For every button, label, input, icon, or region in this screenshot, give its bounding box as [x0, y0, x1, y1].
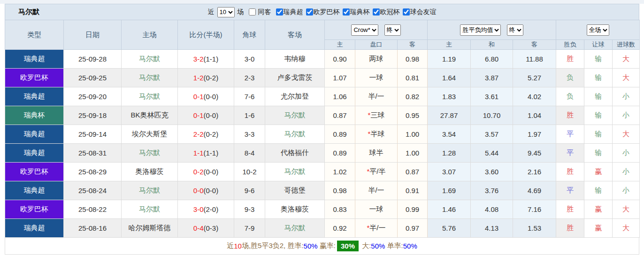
scope-select[interactable]: 全场 — [587, 24, 609, 36]
avg-home-odds: 3.54 — [428, 125, 471, 144]
matches-table: 类型 日期 主场 比分(半场) 角球 客场 Crow* 终 胜平负均值 终 — [5, 20, 640, 238]
result-goals: 小 — [613, 144, 640, 163]
ah-line: 半/一 — [355, 181, 398, 200]
result-group-header: 全场 — [556, 20, 640, 40]
home-team-link[interactable]: 马尔默 — [139, 55, 160, 62]
score: 0-1(0-0) — [178, 87, 234, 106]
home-team: 埃尔夫斯堡 — [122, 125, 178, 144]
bookmaker-select[interactable]: Crow* — [351, 24, 378, 36]
home-team-link[interactable]: 哈尔姆斯塔德 — [129, 224, 171, 232]
bookmaker-time-select[interactable]: 终 — [384, 24, 401, 36]
score: 2-2(0-2) — [178, 125, 234, 144]
corner-score: 8-4 — [234, 144, 265, 163]
away-team-link[interactable]: 奥洛穆茨 — [281, 205, 309, 213]
home-team-link[interactable]: 埃尔夫斯堡 — [132, 130, 167, 138]
home-team: BK奥林匹克 — [122, 106, 178, 125]
result-handicap: 输 — [584, 50, 613, 69]
table-row: 瑞典超 25-08-31 马尔默 1-1(1-1) 8-4 代格福什 0.89 … — [5, 144, 640, 163]
away-team-link[interactable]: 哥德堡 — [284, 186, 306, 194]
home-team: 马尔默 — [122, 69, 178, 87]
avg-draw-odds: 6.80 — [471, 50, 513, 69]
match-date: 25-08-16 — [64, 219, 122, 238]
away-team-link[interactable]: 马尔默 — [284, 130, 306, 138]
home-team-link[interactable]: 马尔默 — [139, 73, 160, 81]
subcol-result: 胜负 — [556, 40, 584, 50]
avg-home-odds: 5.76 — [428, 219, 471, 238]
result-goals: 大 — [613, 69, 640, 87]
avg-draw-odds: 4.13 — [471, 219, 513, 238]
avg-away-odds: 1.97 — [513, 125, 556, 144]
away-team: 代格福什 — [265, 144, 325, 163]
avg-draw-odds: 3.57 — [471, 125, 513, 144]
home-team-link[interactable]: 奥洛穆茨 — [136, 167, 164, 175]
ah-home-odds: 0.83 — [325, 200, 355, 219]
ah-line: 两球 — [355, 50, 398, 69]
ah-away-odds: 1.00 — [398, 125, 428, 144]
corner-score: 3-3 — [234, 125, 265, 144]
league-checkbox[interactable] — [343, 8, 350, 16]
home-team-link[interactable]: 马尔默 — [139, 92, 160, 100]
ah-home-odds: 1.02 — [325, 163, 355, 181]
home-team-link[interactable]: 马尔默 — [139, 186, 160, 194]
home-team-link[interactable]: 马尔默 — [139, 205, 160, 213]
ah-home-odds: 0.98 — [325, 181, 355, 200]
result-wdl: 胜 — [556, 106, 584, 125]
home-team: 马尔默 — [122, 181, 178, 200]
result-goals: 大 — [613, 200, 640, 219]
away-team-link[interactable]: 马尔默 — [284, 224, 306, 232]
league-checkbox-label: 瑞典超 — [284, 8, 303, 16]
result-goals: 小 — [613, 106, 640, 125]
away-team-link[interactable]: 马尔默 — [284, 167, 306, 175]
result-handicap: 输 — [584, 87, 613, 106]
avg-away-odds: 1.04 — [513, 106, 556, 125]
ah-away-odds: 0.81 — [398, 69, 428, 87]
result-goals: 小 — [613, 87, 640, 106]
ah-home-odds: 0.90 — [325, 50, 355, 69]
league-checkbox[interactable] — [373, 8, 380, 16]
match-date: 25-09-14 — [64, 125, 122, 144]
league-badge: 瑞典超 — [5, 50, 64, 69]
result-wdl: 平 — [556, 144, 584, 163]
corner-score: 9-3 — [234, 200, 265, 219]
home-team-link[interactable]: 马尔默 — [139, 148, 160, 156]
away-team-link[interactable]: 卢多戈雷茨 — [277, 73, 313, 81]
ah-home-odds: 0.92 — [325, 219, 355, 238]
result-goals: 大 — [613, 219, 640, 238]
avg-type-select[interactable]: 胜平负均值 — [460, 24, 501, 36]
table-row: 瑞典超 25-09-28 马尔默 3-2(1-1) 3-0 韦纳穆 0.90 两… — [5, 50, 640, 69]
away-team-link[interactable]: 马尔默 — [284, 111, 306, 119]
score: 0-1(0-0) — [178, 106, 234, 125]
result-wdl: 胜 — [556, 163, 584, 181]
result-handicap: 赢 — [584, 163, 613, 181]
away-team-link[interactable]: 尤尔加登 — [281, 92, 309, 100]
league-checkbox[interactable] — [403, 8, 410, 16]
corner-score: 7-9 — [234, 219, 265, 238]
summary-segment: 50% — [371, 242, 385, 250]
summary-segment: 单率: — [385, 241, 403, 250]
home-team: 马尔默 — [122, 200, 178, 219]
avg-draw-odds: 5.44 — [471, 144, 513, 163]
recent-count-select[interactable]: 10 — [217, 7, 235, 17]
result-wdl: 胜 — [556, 219, 584, 238]
league-checkbox[interactable] — [276, 8, 283, 16]
avg-home-odds: 1.28 — [428, 144, 471, 163]
table-row: 瑞典超 25-08-24 马尔默 0-0(0-0) 9-6 哥德堡 0.98 半… — [5, 181, 640, 200]
ah-line: 一球 — [355, 69, 398, 87]
summary-segment: 大: — [360, 241, 371, 250]
home-team-link[interactable]: BK奥林匹克 — [130, 111, 168, 119]
avg-time-select[interactable]: 终 — [507, 24, 523, 36]
away-team-link[interactable]: 代格福什 — [281, 148, 309, 156]
score: 0-0(0-0) — [178, 181, 234, 200]
ah-away-odds: 0.91 — [398, 181, 428, 200]
result-goals: 大 — [613, 50, 640, 69]
ah-line: *半球 — [355, 125, 398, 144]
ah-line: *半/一 — [355, 219, 398, 238]
league-checkbox[interactable] — [306, 8, 313, 16]
summary-segment: 10 — [234, 242, 242, 250]
same-venue-checkbox[interactable] — [249, 8, 256, 16]
subcol-ah-line: 盘口 — [355, 40, 398, 50]
league-filter: 欧冠杯 — [370, 8, 400, 16]
away-team-link[interactable]: 韦纳穆 — [284, 55, 306, 62]
same-venue-label: 同客 — [258, 8, 271, 16]
league-badge: 瑞典超 — [5, 87, 64, 106]
